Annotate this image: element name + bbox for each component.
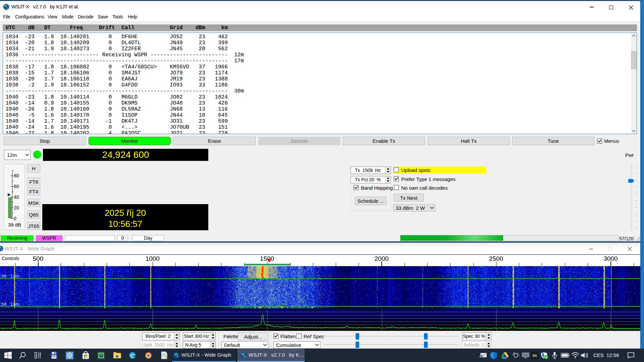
- svg-text:B6: B6: [533, 354, 537, 358]
